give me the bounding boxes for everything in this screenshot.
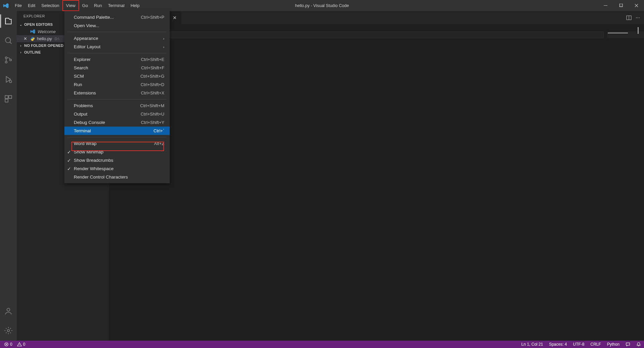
- menu-terminal-item[interactable]: TerminalCtrl+`: [64, 127, 170, 135]
- menu-render-whitespace[interactable]: ✓Render Whitespace: [64, 164, 170, 173]
- svg-point-6: [10, 59, 11, 61]
- menu-output[interactable]: OutputCtrl+Shift+U: [64, 110, 170, 118]
- svg-rect-0: [604, 5, 607, 6]
- editor-tabs: Welcome hello.py ✕ ⋯: [109, 11, 644, 24]
- svg-point-12: [7, 330, 10, 332]
- activity-bar: [0, 11, 17, 341]
- close-icon[interactable]: ✕: [173, 15, 177, 20]
- status-encoding[interactable]: UTF-8: [570, 342, 587, 347]
- svg-point-3: [5, 38, 10, 43]
- svg-rect-10: [5, 99, 8, 102]
- chevron-down-icon: ⌄: [19, 23, 23, 26]
- menu-search[interactable]: SearchCtrl+Shift+F: [64, 64, 170, 72]
- activity-extensions-icon[interactable]: [0, 92, 16, 106]
- menu-file[interactable]: File: [12, 0, 25, 11]
- menu-editor-layout[interactable]: Editor Layout›: [64, 43, 170, 51]
- menu-separator: [67, 53, 167, 53]
- status-bell-icon[interactable]: [633, 342, 644, 347]
- vscode-logo-icon: [0, 3, 12, 9]
- menu-appearance[interactable]: Appearance›: [64, 34, 170, 43]
- menu-selection[interactable]: Selection: [38, 0, 62, 11]
- svg-rect-2: [620, 4, 623, 7]
- menu-command-palette[interactable]: Command Palette...Ctrl+Shift+P: [64, 13, 170, 21]
- status-eol[interactable]: CRLF: [587, 342, 604, 347]
- title-bar: File Edit Selection View Go Run Terminal…: [0, 0, 644, 11]
- code-editor[interactable]: 1 print('hello world'): [109, 31, 644, 39]
- menu-help[interactable]: Help: [127, 0, 143, 11]
- activity-explorer-icon[interactable]: [0, 14, 16, 28]
- status-bar: 0 0 Ln 1, Col 21 Spaces: 4 UTF-8 CRLF Py…: [0, 341, 644, 348]
- maximize-button[interactable]: [613, 0, 629, 11]
- menu-debug-console[interactable]: Debug ConsoleCtrl+Shift+Y: [64, 118, 170, 127]
- split-editor-icon[interactable]: [626, 15, 632, 20]
- activity-scm-icon[interactable]: [0, 53, 16, 67]
- check-icon: ✓: [67, 158, 71, 163]
- svg-point-7: [9, 80, 12, 83]
- menu-show-minimap[interactable]: ✓Show Minimap: [64, 148, 170, 156]
- menu-bar: File Edit Selection View Go Run Terminal…: [12, 0, 143, 11]
- python-icon: [30, 37, 35, 41]
- chevron-right-icon: ›: [163, 37, 164, 41]
- status-errors[interactable]: 0: [2, 342, 14, 347]
- menu-go[interactable]: Go: [79, 0, 91, 11]
- menu-problems[interactable]: ProblemsCtrl+Shift+M: [64, 101, 170, 110]
- menu-open-view[interactable]: Open View...: [64, 21, 170, 30]
- check-icon: ✓: [67, 149, 71, 155]
- chevron-right-icon: ›: [163, 45, 164, 49]
- menu-extensions[interactable]: ExtensionsCtrl+Shift+X: [64, 89, 170, 97]
- chevron-right-icon: ›: [19, 44, 23, 48]
- vscode-icon: [30, 29, 36, 34]
- close-button[interactable]: [629, 0, 644, 11]
- menu-separator: [67, 137, 167, 137]
- menu-word-wrap[interactable]: Word WrapAlt+Z: [64, 139, 170, 148]
- status-warnings[interactable]: 0: [15, 342, 28, 347]
- check-icon: ✓: [67, 166, 71, 171]
- overview-ruler-mark: [638, 27, 639, 34]
- menu-view[interactable]: View: [62, 0, 79, 11]
- view-menu-dropdown: Command Palette...Ctrl+Shift+P Open View…: [64, 11, 170, 183]
- activity-settings-icon[interactable]: [0, 324, 16, 337]
- file-label: Welcome: [38, 29, 56, 34]
- menu-edit[interactable]: Edit: [25, 0, 38, 11]
- file-label: hello.py: [37, 36, 52, 41]
- svg-rect-9: [9, 95, 12, 98]
- menu-separator: [67, 32, 167, 32]
- status-language[interactable]: Python: [604, 342, 623, 347]
- menu-run-view[interactable]: RunCtrl+Shift+D: [64, 80, 170, 89]
- more-actions-icon[interactable]: ⋯: [636, 15, 640, 20]
- svg-rect-1: [619, 4, 622, 7]
- svg-point-11: [7, 308, 10, 311]
- editor-area: Welcome hello.py ✕ ⋯ hello.py 1 print('h…: [109, 11, 644, 341]
- status-cursor[interactable]: Ln 1, Col 21: [518, 342, 546, 347]
- menu-scm[interactable]: SCMCtrl+Shift+G: [64, 72, 170, 80]
- minimize-button[interactable]: [598, 0, 613, 11]
- svg-point-5: [5, 61, 7, 63]
- activity-search-icon[interactable]: [0, 34, 16, 47]
- current-line-highlight: [126, 31, 604, 38]
- svg-rect-8: [5, 95, 8, 98]
- status-feedback-icon[interactable]: [623, 342, 633, 347]
- file-dir: D:\: [55, 37, 59, 41]
- svg-point-4: [5, 57, 7, 59]
- menu-show-breadcrumbs[interactable]: ✓Show Breadcrumbs: [64, 156, 170, 164]
- menu-terminal[interactable]: Terminal: [105, 0, 127, 11]
- close-icon[interactable]: [23, 29, 28, 34]
- status-indent[interactable]: Spaces: 4: [546, 342, 570, 347]
- chevron-right-icon: ›: [19, 51, 23, 54]
- activity-accounts-icon[interactable]: [0, 304, 16, 318]
- activity-run-icon[interactable]: [0, 73, 16, 86]
- menu-render-control-chars[interactable]: Render Control Characters: [64, 173, 170, 181]
- menu-explorer[interactable]: ExplorerCtrl+Shift+E: [64, 55, 170, 64]
- menu-separator: [67, 99, 167, 99]
- breadcrumb[interactable]: hello.py: [109, 24, 644, 31]
- close-icon[interactable]: ✕: [23, 36, 28, 41]
- menu-run[interactable]: Run: [91, 0, 105, 11]
